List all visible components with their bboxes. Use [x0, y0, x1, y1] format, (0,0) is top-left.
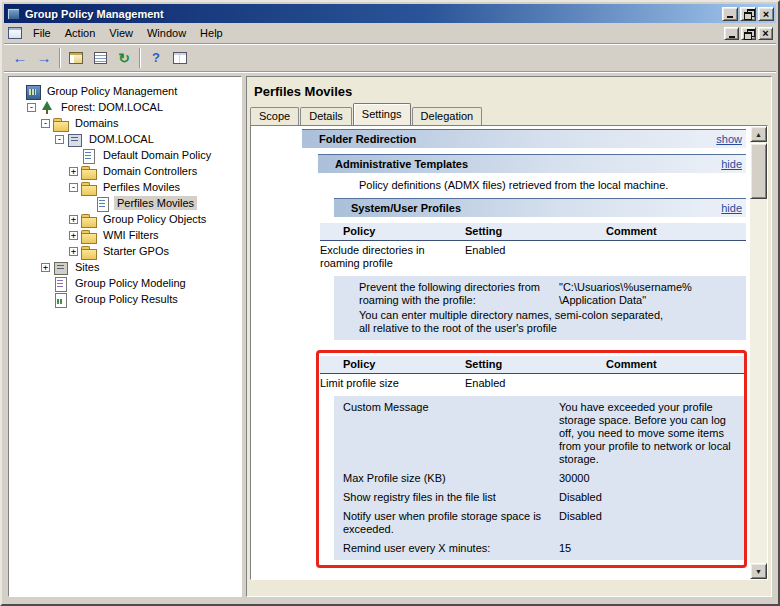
- toolbar-separator: [139, 48, 141, 68]
- policy-detail-label: Notify user when profile storage space i…: [343, 510, 559, 536]
- settings-report-frame: Folder Redirection show Administrative T…: [250, 125, 768, 580]
- policy-detail-value: Disabled: [559, 491, 738, 504]
- tree-item-label: Group Policy Results: [72, 292, 181, 306]
- policy-detail-row: Max Profile size (KB)30000: [343, 472, 738, 485]
- tree-item-group-policy-objects[interactable]: +Group Policy Objects: [9, 211, 241, 227]
- toolbar-buttons: ←→↻?: [8, 47, 192, 69]
- column-header-policy: Policy: [320, 358, 465, 371]
- restore-button[interactable]: [740, 7, 756, 21]
- hide-link[interactable]: hide: [721, 202, 746, 215]
- admx-description: Policy definitions (ADMX files) retrieve…: [359, 179, 746, 192]
- tree-expander[interactable]: +: [69, 215, 78, 224]
- ou-icon: [81, 165, 96, 178]
- menu-item-view[interactable]: View: [102, 25, 140, 41]
- tree-item-perfiles-moviles[interactable]: -Perfiles Moviles: [9, 179, 241, 195]
- tree-item-label: Default Domain Policy: [100, 148, 214, 162]
- section-administrative-templates: Administrative Templates hide: [318, 154, 746, 173]
- tab-delegation[interactable]: Delegation: [412, 107, 483, 125]
- tree-item-perfiles-moviles[interactable]: Perfiles Moviles: [9, 195, 241, 211]
- tree-item-label: Group Policy Modeling: [72, 276, 189, 290]
- back-button[interactable]: ←: [8, 47, 32, 69]
- policy-row: Exclude directories in roaming profile E…: [320, 241, 746, 272]
- tree-item-dom-local[interactable]: -DOM.LOCAL: [9, 131, 241, 147]
- policy-detail-row: Remind user every X minutes:15: [343, 542, 738, 555]
- policy-note: You can enter multiple directory names, …: [359, 309, 738, 335]
- restore-icon: [744, 29, 753, 38]
- hide-link[interactable]: hide: [721, 158, 746, 171]
- tree-item-domains[interactable]: -Domains: [9, 115, 241, 131]
- tree-item-forest-dom-local[interactable]: -Forest: DOM.LOCAL: [9, 99, 241, 115]
- scroll-thumb[interactable]: [750, 143, 767, 199]
- section-folder-redirection: Folder Redirection show: [302, 129, 746, 148]
- tree-expander[interactable]: +: [69, 231, 78, 240]
- policy-detail-label: Remind user every X minutes:: [343, 542, 559, 555]
- close-button[interactable]: [758, 27, 773, 40]
- columns-icon: [173, 52, 187, 64]
- policy-setting: Enabled: [465, 377, 559, 390]
- show-link[interactable]: show: [716, 133, 746, 146]
- column-header-setting: Setting: [465, 358, 559, 371]
- policy-detail-label: Max Profile size (KB): [343, 472, 559, 485]
- back-arrow-icon: ←: [13, 50, 28, 65]
- refresh-button[interactable]: ↻: [112, 47, 136, 69]
- column-header-setting: Setting: [465, 225, 559, 238]
- scroll-down-button[interactable]: [750, 563, 767, 579]
- tree-item-sites[interactable]: +Sites: [9, 259, 241, 275]
- window-title: Group Policy Management: [25, 8, 720, 20]
- limit-profile-size-table-wrap: PolicySettingComment Limit profile size …: [320, 356, 746, 560]
- menu-item-window[interactable]: Window: [140, 25, 193, 41]
- tree-item-label: DOM.LOCAL: [86, 132, 157, 146]
- details-pane: Perfiles Moviles ScopeDetailsSettingsDel…: [246, 76, 772, 597]
- policy-comment: [559, 377, 746, 390]
- vertical-scrollbar[interactable]: [750, 126, 767, 579]
- tree-item-starter-gpos[interactable]: +Starter GPOs: [9, 243, 241, 259]
- tab-strip: ScopeDetailsSettingsDelegation: [247, 102, 771, 125]
- help-icon: ?: [152, 51, 160, 64]
- minimize-button[interactable]: [724, 27, 739, 40]
- menu-item-file[interactable]: File: [26, 25, 58, 41]
- toolbar-separator: [59, 48, 61, 68]
- section-title: System/User Profiles: [334, 202, 721, 215]
- tree-item-default-domain-policy[interactable]: Default Domain Policy: [9, 147, 241, 163]
- tree-expander[interactable]: -: [55, 135, 64, 144]
- scroll-up-button[interactable]: [750, 126, 767, 142]
- tree-expander[interactable]: -: [27, 103, 36, 112]
- console-tree: Group Policy Management-Forest: DOM.LOCA…: [8, 76, 242, 597]
- title-bar[interactable]: Group Policy Management: [4, 4, 776, 23]
- restore-icon: [744, 9, 753, 18]
- folder-icon: [81, 229, 96, 242]
- exclude-directories-table: PolicySettingComment Exclude directories…: [320, 223, 746, 340]
- help-button[interactable]: ?: [144, 47, 168, 69]
- show-console-tree-button[interactable]: [64, 47, 88, 69]
- forward-button[interactable]: →: [32, 47, 56, 69]
- columns-button[interactable]: [168, 47, 192, 69]
- menu-item-action[interactable]: Action: [58, 25, 103, 41]
- export-list-button[interactable]: [88, 47, 112, 69]
- policy-details-box: Prevent the following directories from r…: [334, 276, 746, 340]
- refresh-icon: ↻: [118, 51, 130, 65]
- tree-item-group-policy-management[interactable]: Group Policy Management: [9, 83, 241, 99]
- title-controls: [720, 7, 774, 21]
- tree-expander[interactable]: -: [69, 183, 78, 192]
- tab-scope[interactable]: Scope: [250, 107, 299, 125]
- tab-settings[interactable]: Settings: [353, 103, 411, 125]
- tree-item-label: Perfiles Moviles: [114, 196, 197, 210]
- console-body: Group Policy Management-Forest: DOM.LOCA…: [8, 76, 772, 597]
- tree-item-wmi-filters[interactable]: +WMI Filters: [9, 227, 241, 243]
- close-button[interactable]: [758, 7, 774, 21]
- gpo-icon: [95, 197, 110, 210]
- policy-detail-label: Prevent the following directories from r…: [359, 281, 559, 307]
- tree-item-label: Domain Controllers: [100, 164, 200, 178]
- section-system-user-profiles: System/User Profiles hide: [334, 198, 746, 217]
- tree-expander[interactable]: -: [41, 119, 50, 128]
- tree-expander[interactable]: +: [41, 263, 50, 272]
- tree-item-group-policy-results[interactable]: Group Policy Results: [9, 291, 241, 307]
- restore-button[interactable]: [741, 27, 756, 40]
- tree-item-domain-controllers[interactable]: +Domain Controllers: [9, 163, 241, 179]
- tree-expander[interactable]: +: [69, 247, 78, 256]
- menu-item-help[interactable]: Help: [193, 25, 230, 41]
- tree-expander[interactable]: +: [69, 167, 78, 176]
- tab-details[interactable]: Details: [300, 107, 352, 125]
- minimize-button[interactable]: [722, 7, 738, 21]
- tree-item-group-policy-modeling[interactable]: Group Policy Modeling: [9, 275, 241, 291]
